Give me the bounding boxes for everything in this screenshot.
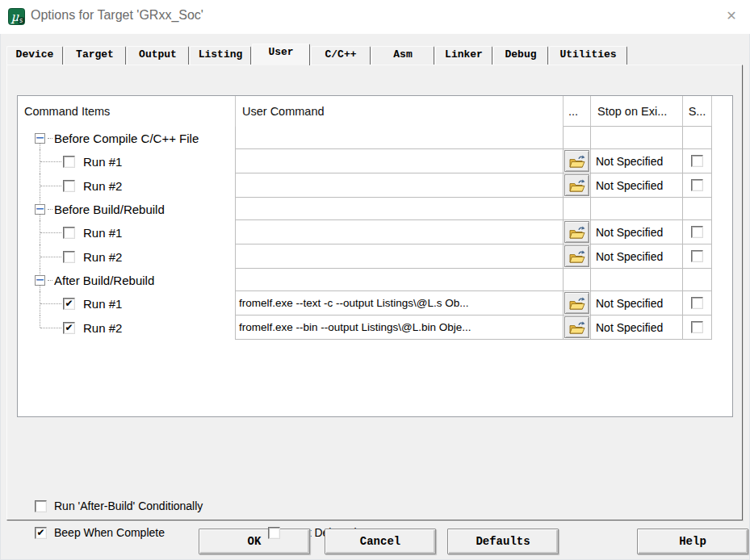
svg-text:µ: µ	[10, 10, 19, 24]
run-label: Run #2	[83, 179, 122, 193]
table-row[interactable]: − Before Build/Rebuild	[18, 198, 732, 220]
tab-utilities[interactable]: Utilities	[549, 46, 627, 65]
spawn-checkbox[interactable]	[691, 321, 703, 333]
column-header-browse: ...	[564, 96, 591, 127]
run-checkbox[interactable]	[63, 180, 75, 192]
tab-ccpp[interactable]: C/C++	[311, 46, 371, 65]
tab-target[interactable]: Target	[64, 46, 126, 65]
checkbox[interactable]	[35, 500, 47, 512]
cancel-button[interactable]: Cancel	[325, 529, 436, 554]
tab-asm[interactable]: Asm	[371, 46, 434, 65]
open-folder-icon	[569, 296, 585, 310]
column-header-command-items: Command Items	[18, 96, 236, 127]
run-checkbox[interactable]	[63, 156, 75, 168]
spawn-checkbox[interactable]	[691, 297, 703, 309]
tab-strip: Device Target Output Listing User C/C++ …	[6, 43, 628, 65]
group-label: Before Build/Rebuild	[54, 203, 165, 216]
tab-listing[interactable]: Listing	[190, 46, 251, 65]
browse-button[interactable]	[564, 150, 589, 172]
title-bar: µ s Options for Target 'GRxx_Soc' ✕	[0, 0, 750, 34]
browse-button[interactable]	[564, 292, 589, 314]
uvision-icon: µ s	[8, 8, 25, 25]
table-row[interactable]: Run #1 Not Specified	[18, 220, 732, 244]
collapse-icon[interactable]: −	[35, 275, 45, 286]
group-label: Before Compile C/C++ File	[54, 132, 199, 145]
browse-button[interactable]	[564, 245, 589, 267]
open-folder-icon	[569, 178, 585, 192]
table-row[interactable]: Run #2 Not Specified	[18, 244, 732, 269]
collapse-icon[interactable]: −	[35, 204, 45, 215]
defaults-button[interactable]: Defaults	[447, 529, 559, 554]
option-label: Run 'After-Build' Conditionally	[54, 499, 203, 512]
column-header-user-command: User Command	[236, 96, 564, 127]
command-cell[interactable]	[236, 149, 564, 173]
run-checkbox[interactable]: ✔	[63, 298, 75, 310]
collapse-icon[interactable]: −	[35, 133, 45, 144]
ok-button[interactable]: OK	[199, 529, 310, 554]
run-label: Run #2	[83, 321, 122, 335]
stop-on-exit-cell[interactable]: Not Specified	[591, 244, 683, 269]
svg-text:s: s	[19, 17, 23, 24]
table-row[interactable]: Run #2 Not Specified	[18, 173, 732, 198]
command-cell[interactable]	[236, 173, 564, 198]
tab-debug[interactable]: Debug	[493, 46, 548, 65]
browse-button[interactable]	[564, 316, 589, 338]
option-run-after-build-conditionally[interactable]: Run 'After-Build' Conditionally	[35, 499, 203, 512]
spawn-checkbox[interactable]	[691, 226, 703, 238]
close-icon[interactable]: ✕	[719, 4, 744, 28]
run-label: Run #1	[83, 226, 122, 240]
tree-connector	[48, 138, 52, 139]
table-row[interactable]: ✔ Run #1 fromelf.exe --text -c --output …	[18, 291, 732, 316]
dialog-title: Options for Target 'GRxx_Soc'	[31, 8, 203, 23]
tab-user[interactable]: User	[252, 44, 310, 65]
command-cell[interactable]: fromelf.exe --bin --output Listings\@L.b…	[236, 316, 564, 340]
help-button[interactable]: Help	[637, 529, 748, 554]
run-checkbox[interactable]: ✔	[63, 322, 75, 334]
stop-on-exit-cell[interactable]: Not Specified	[591, 173, 683, 198]
command-cell[interactable]: fromelf.exe --text -c --output Listings\…	[236, 291, 564, 316]
table-header-row: Command Items User Command ... Stop on E…	[18, 96, 732, 127]
open-folder-icon	[569, 320, 585, 334]
checkbox[interactable]: ✔	[35, 527, 47, 539]
user-tab-page: Command Items User Command ... Stop on E…	[6, 65, 743, 520]
run-label: Run #1	[83, 155, 122, 169]
tab-linker[interactable]: Linker	[435, 46, 492, 65]
option-beep-when-complete[interactable]: ✔ Beep When Complete	[35, 526, 165, 539]
command-cell[interactable]	[236, 244, 564, 269]
browse-button[interactable]	[564, 174, 589, 196]
table-row[interactable]: Run #1 Not Specified	[18, 149, 732, 173]
table-row[interactable]: − Before Compile C/C++ File	[18, 127, 732, 149]
run-label: Run #2	[83, 250, 122, 264]
table-row[interactable]: − After Build/Rebuild	[18, 269, 732, 291]
tab-device[interactable]: Device	[6, 46, 63, 65]
open-folder-icon	[569, 225, 585, 239]
option-label: Beep When Complete	[54, 526, 165, 539]
command-cell[interactable]	[236, 220, 564, 244]
user-commands-table: Command Items User Command ... Stop on E…	[17, 95, 733, 417]
run-label: Run #1	[83, 297, 122, 311]
browse-button[interactable]	[564, 221, 589, 243]
open-folder-icon	[569, 154, 585, 168]
checkbox[interactable]	[268, 527, 280, 539]
column-header-stop-on-exit: Stop on Exi...	[591, 96, 683, 127]
table-row[interactable]: ✔ Run #2 fromelf.exe --bin --output List…	[18, 316, 732, 340]
run-checkbox[interactable]	[63, 227, 75, 239]
group-label: After Build/Rebuild	[54, 274, 154, 287]
stop-on-exit-cell[interactable]: Not Specified	[591, 149, 683, 173]
stop-on-exit-cell[interactable]: Not Specified	[591, 220, 683, 244]
tree-connector	[48, 280, 52, 281]
open-folder-icon	[569, 249, 585, 263]
spawn-checkbox[interactable]	[691, 155, 703, 167]
run-checkbox[interactable]	[63, 251, 75, 263]
column-header-spawn: S...	[683, 96, 712, 127]
options-dialog: { "window": { "title": "Options for Targ…	[0, 0, 750, 560]
spawn-checkbox[interactable]	[691, 250, 703, 262]
tab-output[interactable]: Output	[127, 46, 189, 65]
stop-on-exit-cell[interactable]: Not Specified	[591, 316, 683, 340]
tree-connector	[48, 209, 52, 210]
stop-on-exit-cell[interactable]: Not Specified	[591, 291, 683, 316]
spawn-checkbox[interactable]	[691, 179, 703, 191]
